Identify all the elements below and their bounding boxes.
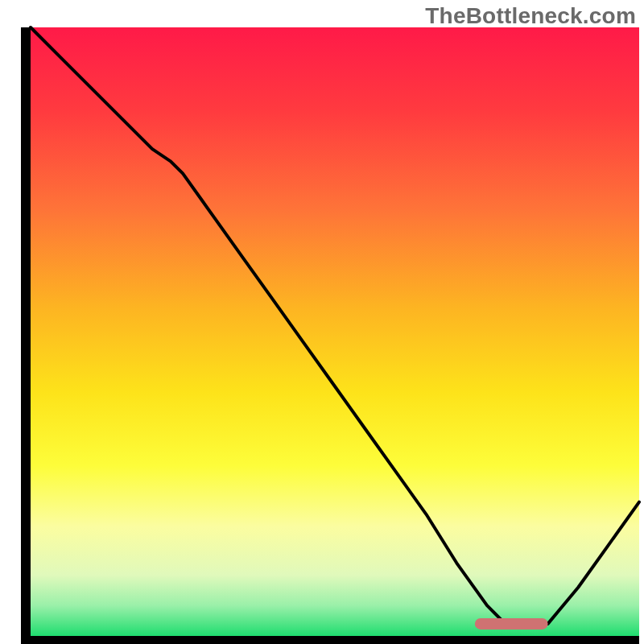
bottleneck-chart: [0, 0, 644, 644]
chart-stage: TheBottleneck.com: [0, 0, 644, 644]
optimal-range-marker: [475, 618, 548, 630]
watermark-text: TheBottleneck.com: [425, 3, 636, 29]
